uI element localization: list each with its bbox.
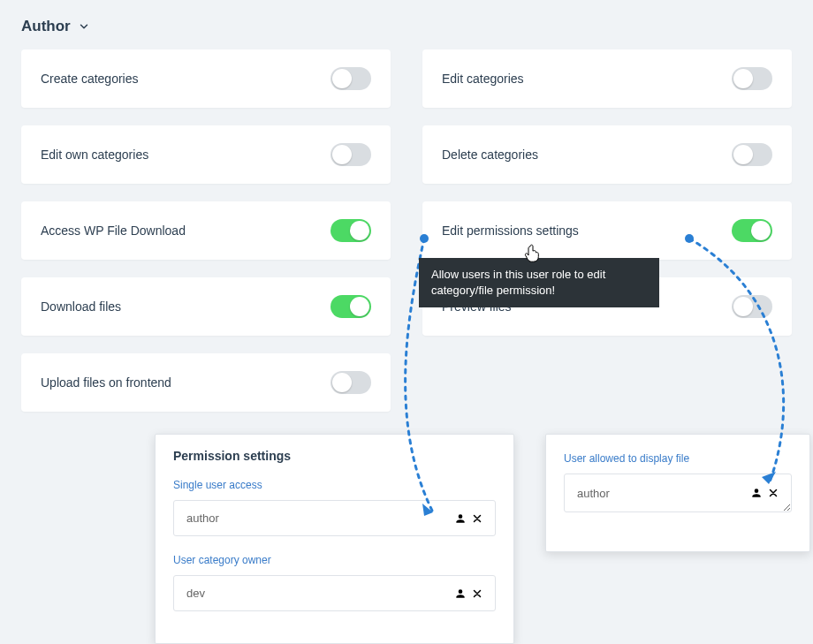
single-user-access-field[interactable]: author [173, 500, 496, 536]
permission-label: Edit categories [442, 72, 524, 86]
permission-card-delete-categories: Delete categories [422, 125, 792, 184]
permission-card-edit-categories: Edit categories [422, 49, 792, 108]
permission-card-download-files: Download files [21, 277, 391, 336]
permission-label: Create categories [41, 72, 139, 86]
permission-card-create-categories: Create categories [21, 49, 391, 108]
user-icon[interactable] [750, 487, 763, 499]
user-icon[interactable] [454, 587, 467, 600]
toggle-edit-permissions-settings[interactable] [732, 219, 772, 242]
permission-card-upload-files-frontend: Upload files on frontend [21, 353, 391, 412]
toggle-access-wp-file-download[interactable] [331, 219, 371, 242]
user-icon[interactable] [454, 512, 467, 525]
permission-card-edit-own-categories: Edit own categories [21, 125, 391, 184]
permission-card-edit-permissions-settings: Edit permissions settings [422, 201, 792, 260]
close-icon[interactable] [768, 488, 779, 498]
user-allowed-panel: User allowed to display file author [545, 434, 810, 552]
permission-label: Access WP File Download [41, 224, 186, 238]
toggle-preview-files[interactable] [732, 295, 772, 318]
single-user-access-value: author [186, 511, 219, 525]
chevron-down-icon [78, 20, 90, 33]
user-category-owner-label: User category owner [173, 554, 496, 566]
toggle-upload-files-frontend[interactable] [331, 371, 371, 394]
user-allowed-field[interactable]: author [564, 474, 792, 512]
permission-grid: Create categories Edit categories Edit o… [21, 49, 792, 412]
permission-card-access-wp-file-download: Access WP File Download [21, 201, 391, 260]
toggle-edit-categories[interactable] [732, 67, 772, 90]
tooltip-text: Allow users in this user role to edit ca… [431, 268, 605, 297]
permission-label: Delete categories [442, 148, 538, 162]
permission-label: Upload files on frontend [41, 375, 171, 390]
role-dropdown-label: Author [21, 18, 71, 35]
permission-label: Download files [41, 299, 121, 314]
close-icon[interactable] [472, 588, 482, 599]
user-category-owner-value: dev [186, 587, 205, 600]
close-icon[interactable] [472, 513, 482, 524]
role-dropdown[interactable]: Author [21, 18, 90, 35]
permission-settings-title: Permission settings [173, 449, 496, 463]
toggle-delete-categories[interactable] [732, 143, 772, 166]
toggle-create-categories[interactable] [331, 67, 371, 90]
user-category-owner-field[interactable]: dev [173, 575, 496, 611]
single-user-access-label: Single user access [173, 479, 496, 491]
toggle-download-files[interactable] [331, 295, 371, 318]
permission-label: Edit own categories [41, 148, 148, 162]
toggle-edit-own-categories[interactable] [331, 143, 371, 166]
permission-label: Edit permissions settings [442, 224, 579, 238]
tooltip-edit-permissions: Allow users in this user role to edit ca… [419, 258, 659, 307]
user-allowed-title: User allowed to display file [564, 452, 792, 465]
permission-settings-panel: Permission settings Single user access a… [155, 434, 514, 644]
user-allowed-value: author [577, 487, 610, 500]
